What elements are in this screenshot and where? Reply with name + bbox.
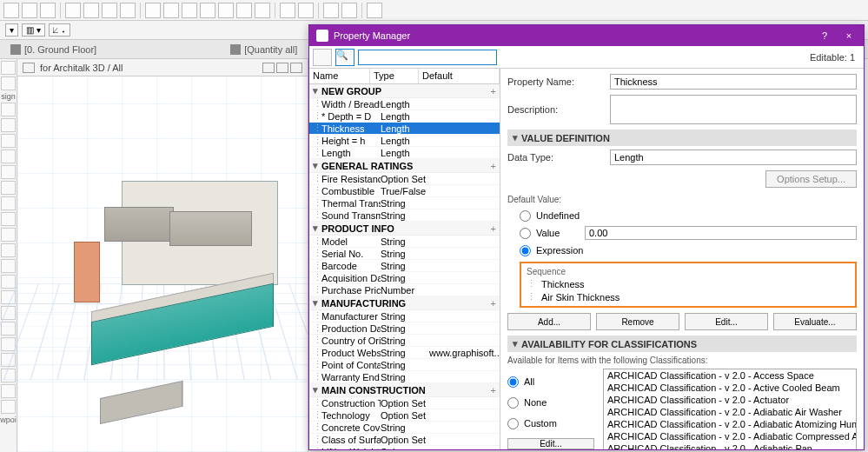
property-row[interactable]: ⋮ManufacturerString [309,310,500,322]
property-row[interactable]: ⋮Purchase PriceNumber [309,284,500,296]
property-row[interactable]: ⋮CombustibleTrue/False [309,185,500,197]
property-row[interactable]: ⋮Class of SurfaceOption Set [309,434,500,446]
data-type-select[interactable]: Length [610,150,857,165]
morph-tool-icon[interactable] [1,275,16,289]
roof-tool-icon[interactable] [1,196,16,210]
window-max-icon[interactable] [276,63,288,73]
tool-icon[interactable] [280,3,295,18]
tab-ground-floor[interactable]: [0. Ground Floor] [3,43,103,56]
tool-icon[interactable] [323,3,339,18]
tool-icon[interactable] [341,3,357,18]
column-tool-icon[interactable] [1,150,16,163]
classification-item[interactable]: ARCHICAD Classification - v 2.0 - Adiaba… [604,442,856,449]
search-icon[interactable]: 🔍 [335,49,354,66]
tool-icon[interactable] [65,3,81,18]
tool-icon[interactable] [218,3,234,18]
edit-classif-button[interactable]: Edit... [507,438,594,449]
value-input[interactable]: 0.00 [585,226,857,240]
marquee-tool-icon[interactable] [1,76,16,90]
property-row[interactable]: ⋮ModelString [309,236,500,248]
evaluate-button[interactable]: Evaluate... [773,313,857,330]
property-row[interactable]: ⋮Construction TypeOption Set [309,397,500,409]
beam-tool-icon[interactable] [1,165,16,179]
radio-custom[interactable] [507,418,519,429]
window-close-icon[interactable] [290,63,302,73]
property-row[interactable]: ⋮Concrete Cover a...String [309,422,500,434]
description-input[interactable] [610,95,857,124]
property-row[interactable]: ⋮Lifting WeightString [309,446,500,449]
property-row[interactable]: ⋮* Depth = DLength [309,110,500,123]
classification-item[interactable]: ARCHICAD Classification - v 2.0 - Active… [604,382,856,394]
stair-tool-icon[interactable] [1,212,16,226]
expression-item[interactable]: ⋮Thickness [527,278,850,289]
classification-item[interactable]: ARCHICAD Classification - v 2.0 - Adiaba… [604,418,856,430]
new-property-icon[interactable] [313,49,332,66]
radio-undefined[interactable] [520,210,531,222]
tool-icon[interactable] [145,3,161,18]
tool-icon[interactable] [298,3,314,18]
tool-icon[interactable] [255,3,270,18]
tool-icon[interactable] [163,3,179,18]
section-value-definition[interactable]: ▾ VALUE DEFINITION [507,130,857,146]
property-row[interactable]: ⋮TechnologyOption Set [309,409,500,422]
search-input[interactable] [358,50,497,65]
property-row[interactable]: ⋮Production DateString [309,322,500,335]
property-row[interactable]: ⋮Fire Resistance R...Option Set [309,173,500,185]
option-button[interactable]: ▥ ▾ [22,23,45,37]
add-button[interactable]: Add... [507,313,591,330]
property-group[interactable]: ▾MAIN CONSTRUCTION+ [309,383,500,397]
remove-button[interactable]: Remove [596,313,679,330]
col-type[interactable]: Type [370,69,419,83]
window-tool-icon[interactable] [1,134,16,148]
dialog-titlebar[interactable]: Property Manager ? × [309,25,864,46]
property-row[interactable]: ⋮Country of OriginString [309,335,500,347]
col-default[interactable]: Default [419,69,500,83]
property-row[interactable]: ⋮ThicknessLength [309,123,500,135]
expression-list[interactable]: Sequence ⋮Thickness⋮Air Skin Thickness [520,262,857,308]
model-column[interactable] [74,242,100,302]
help-button[interactable]: ? [817,30,832,41]
expression-item[interactable]: ⋮Air Skin Thickness [527,291,850,302]
property-row[interactable]: ⋮Acquisition DateString [309,272,500,284]
property-group[interactable]: ▾PRODUCT INFO+ [309,222,500,236]
radio-all[interactable] [507,376,519,388]
property-name-input[interactable]: Thickness [610,74,857,90]
radio-value[interactable] [520,228,531,239]
property-group[interactable]: ▾NEW GROUP+ [309,84,500,98]
wall-tool-icon[interactable] [1,103,16,116]
classification-item[interactable]: ARCHICAD Classification - v 2.0 - Actuat… [604,394,856,406]
property-group[interactable]: ▾MANUFACTURING+ [309,296,500,310]
slab-tool-icon[interactable] [1,181,16,195]
model-slab[interactable] [100,381,182,424]
property-group[interactable]: ▾GENERAL RATINGS+ [309,159,500,173]
tool-icon[interactable] [182,3,197,18]
classification-item[interactable]: ARCHICAD Classification - v 2.0 - Adiaba… [604,406,856,418]
col-name[interactable]: Name [309,69,370,83]
property-row[interactable]: ⋮LengthLength [309,147,500,159]
tool-icon[interactable] [40,3,56,18]
viewport-3d[interactable]: for Architalk 3D / All [17,59,308,452]
property-row[interactable]: ⋮Sound Transmissi...String [309,209,500,222]
tab-quantity-all[interactable]: [Quantity all] [223,43,304,56]
property-row[interactable]: ⋮Product WebsiteStringwww.graphisoft.... [309,347,500,359]
line-tool-icon[interactable] [1,400,16,414]
tool-icon[interactable] [3,3,19,18]
door-tool-icon[interactable] [1,118,16,132]
mesh-tool-icon[interactable] [1,228,16,242]
classification-item[interactable]: ARCHICAD Classification - v 2.0 - Access… [604,369,856,382]
arrow-tool-icon[interactable] [1,61,16,75]
model-cabinet[interactable] [169,211,252,246]
close-button[interactable]: × [841,30,857,41]
property-row[interactable]: ⋮BarcodeString [309,260,500,272]
property-row[interactable]: ⋮Warranty End DateString [309,371,500,383]
curtain-wall-tool-icon[interactable] [1,259,16,273]
tool-icon[interactable] [236,3,252,18]
property-row[interactable]: ⋮Thermal Transmit...String [309,197,500,209]
shell-tool-icon[interactable] [1,243,16,257]
tool-icon[interactable] [102,3,117,18]
tool-icon[interactable] [200,3,215,18]
classification-item[interactable]: ARCHICAD Classification - v 2.0 - Adiaba… [604,430,856,442]
property-row[interactable]: ⋮Point of ContactString [309,359,500,371]
tool-icon[interactable] [22,3,37,18]
radio-expression[interactable] [520,245,531,256]
